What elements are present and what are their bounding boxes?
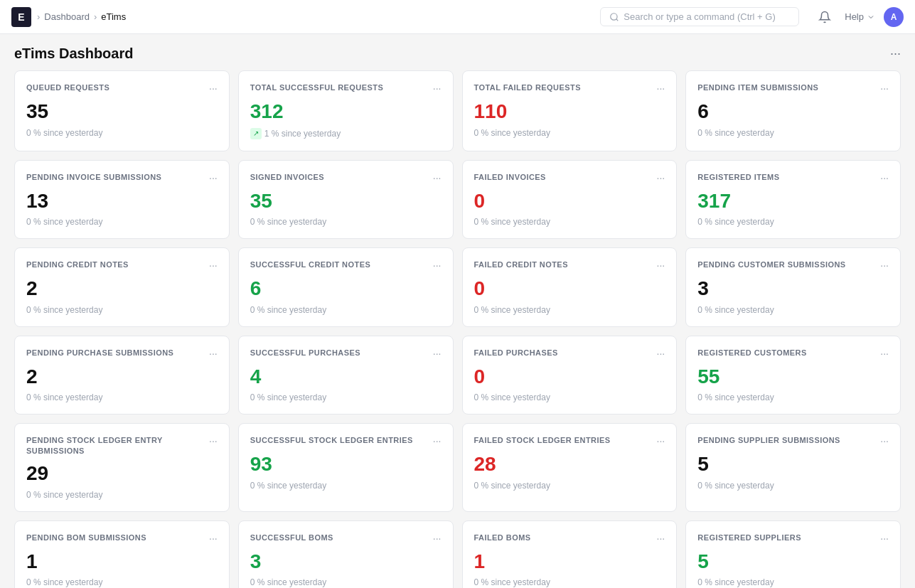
card-value: 2 (26, 365, 218, 389)
card-subtitle: 0 % since yesterday (26, 392, 218, 402)
card-subtitle: 0 % since yesterday (250, 217, 442, 227)
card-menu-button[interactable]: ··· (433, 82, 442, 94)
card-header: FAILED STOCK LEDGER ENTRIES ··· (474, 435, 665, 447)
nav-actions: Help A (813, 6, 904, 28)
card-value: 5 (697, 550, 889, 574)
dashboard-card: SUCCESSFUL BOMS ··· 3 0 % since yesterda… (238, 520, 454, 588)
card-menu-button[interactable]: ··· (433, 348, 442, 359)
card-menu-button[interactable]: ··· (657, 172, 665, 183)
card-title: SUCCESSFUL CREDIT NOTES (250, 260, 370, 269)
dashboard-card: PENDING INVOICE SUBMISSIONS ··· 13 0 % s… (14, 160, 230, 240)
dashboard-card: FAILED BOMS ··· 1 0 % since yesterday (462, 520, 678, 588)
card-value: 312 (250, 100, 442, 124)
card-title: PENDING SUPPLIER SUBMISSIONS (697, 435, 840, 445)
card-value: 110 (474, 100, 665, 124)
card-title: FAILED STOCK LEDGER ENTRIES (474, 435, 611, 445)
card-title: PENDING BOM SUBMISSIONS (26, 533, 146, 542)
card-title: FAILED CREDIT NOTES (474, 260, 568, 269)
card-menu-button[interactable]: ··· (880, 435, 889, 447)
card-menu-button[interactable]: ··· (209, 172, 218, 183)
bell-icon (818, 11, 831, 23)
card-value: 55 (697, 365, 889, 389)
card-menu-button[interactable]: ··· (209, 82, 218, 94)
card-header: PENDING CUSTOMER SUBMISSIONS ··· (697, 260, 889, 271)
page-more-button[interactable]: ··· (890, 46, 901, 61)
search-icon (609, 12, 619, 22)
card-menu-button[interactable]: ··· (880, 348, 889, 359)
dashboard-card: TOTAL SUCCESSFUL REQUESTS ··· 312 ↗ 1 % … (238, 70, 454, 151)
help-label: Help (845, 11, 864, 22)
card-header: SUCCESSFUL STOCK LEDGER ENTRIES ··· (250, 435, 442, 447)
breadcrumb-etims[interactable]: eTims (101, 11, 126, 22)
card-subtitle: 0 % since yesterday (474, 392, 665, 402)
card-value: 35 (26, 100, 218, 124)
dashboard-card: SIGNED INVOICES ··· 35 0 % since yesterd… (238, 160, 454, 240)
card-value: 0 (474, 365, 665, 389)
card-menu-button[interactable]: ··· (657, 348, 665, 359)
card-subtitle: 0 % since yesterday (250, 392, 442, 402)
card-menu-button[interactable]: ··· (657, 533, 665, 544)
card-menu-button[interactable]: ··· (880, 260, 889, 271)
card-menu-button[interactable]: ··· (657, 435, 665, 447)
card-header: REGISTERED SUPPLIERS ··· (697, 533, 889, 544)
notifications-bell[interactable] (813, 6, 836, 28)
card-menu-button[interactable]: ··· (209, 348, 218, 359)
card-header: FAILED PURCHASES ··· (474, 348, 665, 359)
card-menu-button[interactable]: ··· (433, 172, 442, 183)
card-header: SUCCESSFUL PURCHASES ··· (250, 348, 442, 359)
trend-up-icon: ↗ (250, 128, 262, 139)
card-value: 0 (474, 277, 665, 301)
card-header: REGISTERED ITEMS ··· (697, 172, 889, 183)
dashboard-card: PENDING STOCK LEDGER ENTRY SUBMISSIONS ·… (14, 423, 230, 511)
card-value: 4 (250, 365, 442, 389)
search-bar[interactable]: Search or type a command (Ctrl + G) (600, 7, 799, 26)
card-title: PENDING PURCHASE SUBMISSIONS (26, 348, 173, 358)
dashboard-card: TOTAL FAILED REQUESTS ··· 110 0 % since … (462, 70, 678, 151)
dashboard-card: REGISTERED SUPPLIERS ··· 5 0 % since yes… (685, 520, 901, 588)
card-header: TOTAL FAILED REQUESTS ··· (474, 82, 665, 94)
card-menu-button[interactable]: ··· (433, 260, 442, 271)
card-menu-button[interactable]: ··· (209, 533, 218, 544)
card-title: SUCCESSFUL STOCK LEDGER ENTRIES (250, 435, 413, 445)
dashboard-card: REGISTERED CUSTOMERS ··· 55 0 % since ye… (685, 336, 901, 415)
help-button[interactable]: Help (845, 11, 875, 22)
card-value: 13 (26, 189, 218, 213)
card-menu-button[interactable]: ··· (657, 260, 665, 271)
topnav: E › Dashboard › eTims Search or type a c… (0, 0, 915, 34)
dashboard-card: FAILED INVOICES ··· 0 0 % since yesterda… (462, 160, 678, 240)
card-title: REGISTERED ITEMS (697, 172, 779, 182)
card-value: 28 (474, 452, 665, 476)
page-title: eTims Dashboard (14, 46, 133, 62)
card-title: PENDING ITEM SUBMISSIONS (697, 82, 818, 92)
dashboard-card: PENDING SUPPLIER SUBMISSIONS ··· 5 0 % s… (685, 423, 901, 511)
card-subtitle: 0 % since yesterday (26, 490, 218, 500)
card-header: SUCCESSFUL BOMS ··· (250, 533, 442, 544)
breadcrumb-dashboard[interactable]: Dashboard (44, 11, 90, 22)
card-value: 93 (250, 452, 442, 476)
card-header: FAILED BOMS ··· (474, 533, 665, 544)
dashboard-card: SUCCESSFUL CREDIT NOTES ··· 6 0 % since … (238, 247, 454, 327)
card-value: 3 (250, 550, 442, 574)
card-menu-button[interactable]: ··· (209, 435, 218, 447)
avatar[interactable]: A (884, 7, 904, 27)
card-value: 5 (697, 452, 889, 476)
card-menu-button[interactable]: ··· (880, 172, 889, 183)
card-title: PENDING CUSTOMER SUBMISSIONS (697, 260, 845, 269)
card-menu-button[interactable]: ··· (433, 533, 442, 544)
card-value: 317 (697, 189, 889, 213)
card-subtitle: 0 % since yesterday (474, 577, 665, 587)
card-header: REGISTERED CUSTOMERS ··· (697, 348, 889, 359)
card-subtitle: 0 % since yesterday (697, 305, 889, 315)
card-subtitle: 0 % since yesterday (474, 217, 665, 227)
card-title: FAILED BOMS (474, 533, 531, 542)
card-header: QUEUED REQUESTS ··· (26, 82, 218, 94)
card-menu-button[interactable]: ··· (880, 533, 889, 544)
card-menu-button[interactable]: ··· (433, 435, 442, 447)
card-menu-button[interactable]: ··· (657, 82, 665, 94)
card-menu-button[interactable]: ··· (880, 82, 889, 94)
card-value: 6 (697, 100, 889, 124)
card-title: FAILED PURCHASES (474, 348, 558, 358)
page-header: eTims Dashboard ··· (0, 34, 915, 70)
svg-line-1 (616, 18, 619, 21)
card-menu-button[interactable]: ··· (209, 260, 218, 271)
